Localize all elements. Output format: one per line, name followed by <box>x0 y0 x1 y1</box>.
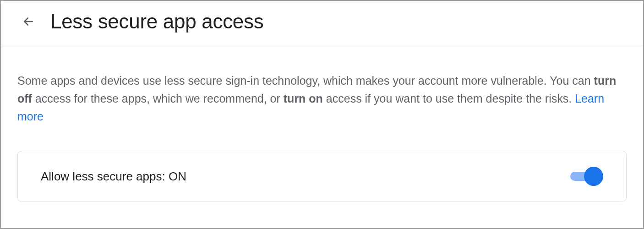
page-title: Less secure app access <box>50 10 263 33</box>
arrow-left-icon <box>22 16 34 27</box>
desc-segment: Some apps and devices use less secure si… <box>17 74 594 87</box>
toggle-thumb <box>584 167 603 186</box>
desc-segment: access for these apps, which we recommen… <box>32 92 284 105</box>
allow-less-secure-toggle[interactable] <box>570 167 603 186</box>
description-text: Some apps and devices use less secure si… <box>17 72 627 125</box>
back-button[interactable] <box>19 12 38 31</box>
desc-segment: access if you want to use them despite t… <box>323 92 575 105</box>
setting-label: Allow less secure apps: ON <box>41 169 186 184</box>
content-area: Some apps and devices use less secure si… <box>1 46 643 216</box>
desc-bold-on: turn on <box>284 92 323 105</box>
page-header: Less secure app access <box>1 1 643 46</box>
setting-card: Allow less secure apps: ON <box>17 151 627 202</box>
